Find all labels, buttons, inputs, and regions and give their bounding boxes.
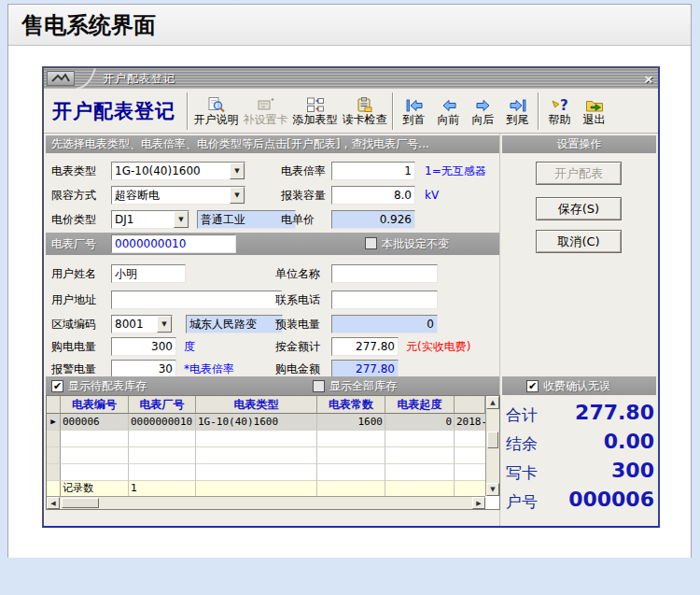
card-body: 开户配表登记 × 开户配表登记 开户说明 补设置卡 <box>8 46 691 558</box>
meter-stock-table: 电表编号 电表厂号 电表类型 电表常数 电表起度 ▶ 000006 000000… <box>46 395 500 510</box>
previous-record-icon <box>440 96 458 113</box>
stock-filter-bar: ✔ 显示待配表库存 显示全部库存 <box>46 376 499 395</box>
purchase-qty-label: 购电电量 <box>51 337 96 356</box>
preload-display: 0 <box>331 315 438 333</box>
dropdown-arrow-icon[interactable]: ▼ <box>174 211 189 228</box>
column-header-meter-no[interactable]: 电表编号 <box>61 396 129 414</box>
horizontal-scroll-thumb[interactable] <box>62 498 99 508</box>
scroll-down-icon[interactable]: ▼ <box>486 483 499 496</box>
show-pending-stock-label: 显示待配表库存 <box>68 378 147 394</box>
record-count-value: 1 <box>129 481 196 496</box>
account-no-value: 000006 <box>505 488 654 511</box>
contact-phone-input[interactable] <box>331 290 438 309</box>
fee-confirm-checkbox[interactable]: ✔ <box>526 380 539 392</box>
price-type-label: 电价类型 <box>51 210 96 229</box>
table-row[interactable]: ▶ 000006 0000000010 1G-10(40)1600 1600 0… <box>47 414 485 431</box>
column-header-start[interactable]: 电表起度 <box>385 396 455 414</box>
toolbar-button-label: 读卡检查 <box>343 113 387 126</box>
batch-fixed-checkbox[interactable] <box>365 237 377 249</box>
preload-label: 预装电量 <box>275 315 320 333</box>
add-pages-icon <box>306 96 325 113</box>
page-header: 售电系统界面 <box>8 5 691 46</box>
unit-name-label: 单位名称 <box>275 264 320 283</box>
toolbar-app-title: 开户配表登记 <box>44 98 184 124</box>
alarm-qty-label: 报警电量 <box>51 360 96 378</box>
scroll-left-icon[interactable]: ◀ <box>47 497 60 509</box>
user-address-input[interactable] <box>111 290 282 309</box>
column-header-meter-type[interactable]: 电表类型 <box>196 396 317 414</box>
help-icon: ? <box>551 96 569 113</box>
alarm-qty-input[interactable] <box>111 360 176 378</box>
vertical-scroll-thumb[interactable] <box>487 432 498 448</box>
capacity-label: 报装容量 <box>281 186 326 205</box>
toolbar-button-add-meter-type[interactable]: 添加表型 <box>290 91 340 132</box>
show-pending-stock-checkbox[interactable]: ✔ <box>51 380 63 392</box>
table-empty-row <box>47 431 485 447</box>
toolbar-button-open-help[interactable]: 开户说明 <box>191 91 241 132</box>
by-amount-label: 按金额计 <box>275 337 320 356</box>
settings-panel-title: 设置操作 <box>557 136 602 152</box>
capacity-input[interactable] <box>331 186 415 205</box>
toolbar-button-label: 开户说明 <box>194 113 239 126</box>
toolbar-button-read-card-check[interactable]: 读卡检查 <box>340 91 389 132</box>
limit-mode-select[interactable]: 超容断电 ▼ <box>111 186 245 205</box>
cancel-button[interactable]: 取消(C) <box>536 230 622 253</box>
titlebar-swoosh <box>75 68 99 89</box>
toolbar-button-reissue-card: 补设置卡 <box>241 91 290 132</box>
toolbar-button-next[interactable]: 向后 <box>466 91 500 132</box>
meter-type-select[interactable]: 1G-10(40)1600 ▼ <box>111 162 245 180</box>
toolbar-button-label: 到首 <box>403 113 426 126</box>
toolbar-button-label: 添加表型 <box>293 113 338 126</box>
unit-price-display: 0.926 <box>331 210 415 229</box>
show-all-stock-label: 显示全部库存 <box>329 378 397 394</box>
price-type-select[interactable]: DJ1 ▼ <box>111 210 189 229</box>
batch-fixed-label: 本批设定不变 <box>382 234 449 253</box>
scroll-up-icon[interactable]: ▲ <box>486 396 499 409</box>
toolbar-button-label: 帮助 <box>549 113 571 126</box>
fee-confirm-label: 收费确认无误 <box>543 378 610 394</box>
doc-magnifier-icon <box>207 96 226 113</box>
purchase-amount-label: 购电金额 <box>275 360 320 378</box>
purchase-qty-input[interactable] <box>111 337 176 356</box>
user-address-label: 用户地址 <box>51 290 96 309</box>
meter-type-value: 1G-10(40)1600 <box>112 163 245 179</box>
record-count-label: 记录数 <box>61 481 129 496</box>
cell-meter-type: 1G-10(40)1600 <box>196 414 317 431</box>
factory-number-input[interactable] <box>111 234 236 253</box>
column-header-constant[interactable]: 电表常数 <box>317 396 385 414</box>
settings-panel-header: 设置操作 <box>502 135 656 153</box>
table-empty-row <box>47 464 485 481</box>
fee-confirm-bar: ✔ 收费确认无误 <box>502 376 656 395</box>
area-code-label: 区域编码 <box>51 315 96 333</box>
unit-price-label: 电单价 <box>281 210 315 229</box>
user-name-input[interactable] <box>111 264 186 283</box>
save-button[interactable]: 保存(S) <box>536 197 622 220</box>
show-all-stock-checkbox[interactable] <box>313 380 325 392</box>
toolbar-button-previous[interactable]: 向前 <box>431 91 466 132</box>
area-desc-display: 城东人民路变 <box>186 315 283 333</box>
meter-type-label: 电表类型 <box>51 162 96 180</box>
scroll-right-icon[interactable]: ▶ <box>472 497 485 509</box>
dropdown-arrow-icon[interactable]: ▼ <box>230 187 245 204</box>
column-header-factory-no[interactable]: 电表厂号 <box>129 396 196 414</box>
unit-name-input[interactable] <box>331 264 438 283</box>
close-button[interactable]: × <box>639 72 658 86</box>
dropdown-arrow-icon[interactable]: ▼ <box>230 163 245 179</box>
table-vertical-scrollbar[interactable]: ▲ ▼ <box>485 396 499 496</box>
toolbar-separator <box>538 92 539 130</box>
limit-mode-label: 限容方式 <box>51 186 96 205</box>
toolbar-button-last[interactable]: 到尾 <box>500 91 535 132</box>
card-plus-icon <box>257 96 275 113</box>
table-horizontal-scrollbar[interactable]: ◀ ▶ <box>47 496 485 509</box>
last-record-icon <box>509 96 527 113</box>
ratio-input[interactable] <box>331 162 415 180</box>
ratio-label: 电表倍率 <box>281 162 326 180</box>
toolbar-button-exit[interactable]: 退出 <box>577 91 611 132</box>
area-code-select[interactable]: 8001 ▼ <box>111 315 173 333</box>
toolbar-button-help[interactable]: ? 帮助 <box>542 91 577 132</box>
by-amount-input[interactable] <box>331 337 399 356</box>
dropdown-arrow-icon[interactable]: ▼ <box>157 316 172 333</box>
by-amount-hint: 元(实收电费) <box>406 337 470 356</box>
toolbar-button-first[interactable]: 到首 <box>397 91 431 132</box>
open-account-button: 开户配表 <box>536 162 622 185</box>
